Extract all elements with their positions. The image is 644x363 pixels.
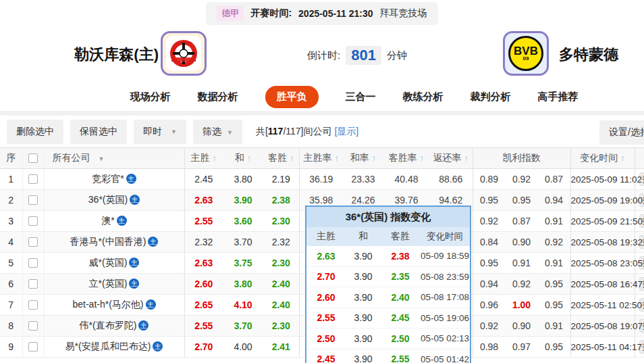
company-name[interactable]: 36*(英国)主 [44,190,184,211]
header-away-rate[interactable]: 客胜率 ↑ [383,148,429,169]
draw-odds[interactable]: 3.70 [223,232,263,253]
tab-data-analysis[interactable]: 数据分析 [198,91,238,103]
company-label: 竞彩官* [92,173,124,184]
select-all-checkbox[interactable] [28,153,38,163]
company-name[interactable]: 立*(英国)主 [44,274,184,295]
away-odds[interactable]: 2.32 [263,232,299,253]
draw-odds[interactable]: 3.75 [223,253,263,274]
row-checkbox[interactable] [28,258,38,268]
kelly-value: 0.95 [473,195,506,205]
draw-odds[interactable]: 3.80 [223,274,263,295]
header-company[interactable]: 所有公司 ▼ [44,148,184,169]
row-checkbox-cell [22,232,44,253]
header-draw-odds[interactable]: 和 ↑ [223,148,263,169]
row-checkbox-cell [22,190,44,211]
row-checkbox[interactable] [28,342,38,352]
draw-odds[interactable]: 3.80 [223,169,263,190]
row-checkbox[interactable] [28,174,38,184]
tab-coach-analysis[interactable]: 教练分析 [403,91,444,103]
draw-odds[interactable]: 3.60 [223,211,263,232]
row-checkbox-cell [22,211,44,232]
popup-change-time: 05-05 01:42 [420,354,470,363]
tab-live-analysis[interactable]: 现场分析 [130,91,171,103]
home-odds[interactable]: 2.63 [184,190,223,211]
company-name[interactable]: 竞彩官*主 [44,169,184,190]
away-odds[interactable]: 2.19 [263,169,299,190]
keep-selected-button[interactable]: 保留选中 [70,120,127,144]
away-odds[interactable]: 2.40 [263,274,299,295]
sort-up-icon: ↑ [464,153,468,163]
show-link[interactable]: [显示] [334,126,358,137]
company-name[interactable]: 易*(安提瓜和巴布达)主 [44,337,184,358]
header-change-time[interactable]: 变化时间 ↑ [570,148,635,169]
home-company-badge-icon: 主 [117,216,127,226]
tab-three-in-one[interactable]: 三合一 [346,91,376,103]
row-checkbox[interactable] [28,195,38,205]
kelly-indexes: 0.950.910.91 [473,253,570,274]
sort-up-icon: ↑ [620,153,625,163]
home-odds[interactable]: 2.55 [184,316,223,337]
home-odds[interactable]: 2.45 [184,169,223,190]
away-team-logo: BVB 09 [503,31,549,76]
delete-selected-button[interactable]: 删除选中 [7,120,63,144]
header-home-odds[interactable]: 主胜 ↑ [184,148,223,169]
header-away-odds[interactable]: 客胜 ↑ [263,148,299,169]
home-odds[interactable]: 2.55 [184,211,223,232]
venue: 拜耳竞技场 [380,7,427,20]
draw-odds[interactable]: 4.10 [223,295,263,316]
company-name[interactable]: bet-at-h*(马尔他)主 [44,295,184,316]
home-odds[interactable]: 2.32 [184,232,223,253]
popup-change-time: 05-08 23:59 [420,272,470,282]
home-odds[interactable]: 2.63 [184,253,223,274]
company-count: 共[117/117]间公司 [显示] [256,126,358,138]
row-index: 5 [0,253,22,274]
away-odds[interactable]: 2.30 [263,211,299,232]
chevron-down-icon: ▼ [171,128,177,135]
kelly-value: 0.91 [506,258,538,268]
settings-select-button[interactable]: 设置/选择 [599,120,644,145]
tab-win-draw-lose[interactable]: 胜平负 [265,86,319,108]
kelly-values: 0.890.920.87 [473,174,570,185]
row-checkbox[interactable] [28,321,38,331]
time-filter-select[interactable]: 即时▼ [134,120,186,144]
filter-select[interactable]: 筛选▼ [193,120,242,144]
kelly-indexes: 0.840.900.92 [473,232,570,253]
away-odds[interactable]: 2.38 [263,190,299,211]
company-name[interactable]: 伟*(直布罗陀)主 [44,316,184,337]
kelly-value: 0.91 [538,320,570,331]
kelly-value: 0.91 [538,216,570,226]
company-name[interactable]: 澳*主 [44,211,184,232]
header-home-rate[interactable]: 主胜率 ↑ [299,148,343,169]
row-checkbox[interactable] [28,216,38,226]
company-name[interactable]: 香港马*(中国香港)主 [44,232,184,253]
home-team-logo [161,31,207,76]
away-odds[interactable]: 2.41 [263,337,299,358]
header-payout-rate[interactable]: 返还率 ↑ [429,148,473,169]
company-name[interactable]: 威*(英国)主 [44,253,184,274]
away-odds[interactable]: 2.40 [263,295,299,316]
popup-body: 2.633.902.3805-09 18:592.703.902.3505-08… [306,246,470,363]
tab-expert-picks[interactable]: 高手推荐 [538,91,579,103]
home-company-badge-icon: 主 [148,237,158,247]
row-checkbox[interactable] [28,237,38,247]
kelly-values: 0.961.000.95 [473,299,570,310]
draw-odds[interactable]: 3.90 [223,190,263,211]
draw-odds[interactable]: 3.70 [223,316,263,337]
kelly-value: 0.92 [506,174,538,185]
select-all-cell [22,148,44,169]
home-odds[interactable]: 2.65 [184,295,223,316]
row-checkbox[interactable] [28,300,38,310]
away-odds[interactable]: 2.30 [263,316,299,337]
home-odds[interactable]: 2.60 [184,274,223,295]
draw-odds[interactable]: 4.00 [223,337,263,358]
tab-referee-analysis[interactable]: 裁判分析 [471,91,511,103]
kelly-value: 0.87 [538,174,570,185]
home-odds[interactable]: 2.70 [184,337,223,358]
row-checkbox-cell [22,274,44,295]
header-draw-rate[interactable]: 和率 ↑ [343,148,383,169]
header-index: 序 [0,148,22,169]
popup-draw-odds: 3.90 [346,312,381,323]
away-odds[interactable]: 2.30 [263,253,299,274]
match-info-pill: 德甲 开赛时间: 2025-05-11 21:30 拜耳竞技场 [206,2,437,25]
row-checkbox[interactable] [28,279,38,289]
